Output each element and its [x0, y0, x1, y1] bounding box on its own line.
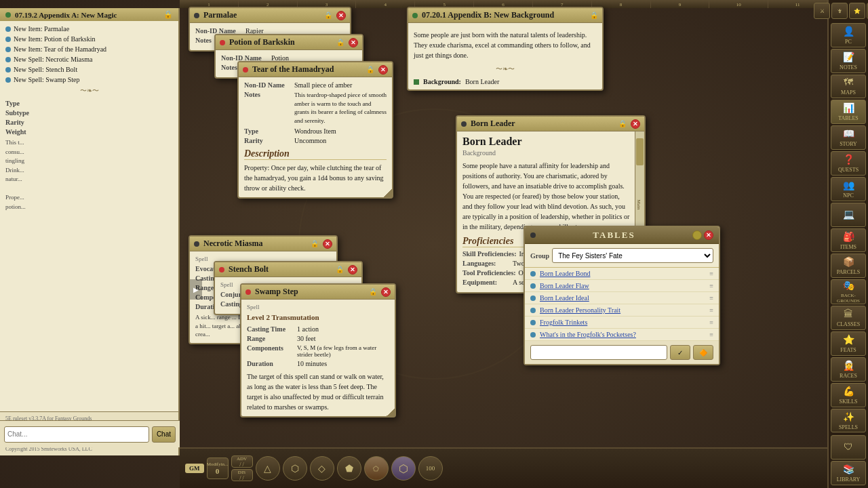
parmalae-header[interactable]: Parmalae 🔒 ✕ [190, 8, 350, 23]
dis-button[interactable]: DIS / / [231, 469, 253, 481]
sidebar-item-items[interactable]: 🎒 ITEMS [831, 228, 866, 253]
necrotic-lock-icon[interactable]: 🔒 [311, 240, 319, 247]
swamp-lock-icon[interactable]: 🔒 [369, 288, 377, 296]
adv-button[interactable]: ADV / / [231, 455, 253, 468]
classes-icon: 🏛 [844, 309, 853, 320]
table-item-dot [530, 320, 536, 325]
chat-input[interactable] [4, 426, 149, 443]
sidebar-item-spells[interactable]: ✨ SPELLS [831, 409, 866, 433]
item-label: New Spell: Swamp Step [14, 76, 80, 83]
tables-header[interactable]: TABLES ✕ [525, 227, 719, 244]
swamp-close-button[interactable]: ✕ [381, 287, 391, 297]
parmalae-close-button[interactable]: ✕ [336, 11, 346, 20]
necrotic-close-button[interactable]: ✕ [323, 239, 332, 249]
chat-send-button[interactable]: Chat [152, 426, 176, 443]
born-leader-header[interactable]: Born Leader 🔒 ✕ [457, 117, 644, 131]
d8-button[interactable]: ◇ [310, 456, 334, 481]
potion-lock-icon[interactable]: 🔒 [336, 39, 344, 46]
tables-filter-button[interactable]: 🔶 [693, 345, 713, 360]
stench-close-button[interactable]: ✕ [348, 265, 357, 274]
appendix-a-lock[interactable]: 🔒 [163, 10, 173, 19]
potion-close-button[interactable]: ✕ [349, 38, 358, 47]
d10-button[interactable]: ⬟ [337, 456, 361, 481]
parmalae-lock-icon[interactable]: 🔒 [324, 12, 332, 19]
backgrounds-label: BACK-GROUNDS [831, 293, 865, 304]
d4-button[interactable]: △ [256, 456, 280, 481]
tear-header[interactable]: Tear of the Hamadryad 🔒 ✕ [239, 62, 392, 77]
list-item[interactable]: New Item: Tear of the Hamadryad [0, 44, 178, 54]
sidebar-item-classes[interactable]: 🏛 CLASSES [831, 306, 866, 330]
mod-value: 0 [216, 467, 220, 475]
sidebar-item-tables[interactable]: 📊 TABLES [831, 100, 866, 124]
born-leader-close-button[interactable]: ✕ [631, 119, 640, 129]
table-item-dot [530, 271, 536, 277]
d6-button[interactable]: ⬡ [283, 456, 307, 481]
tear-title: Tear of the Hamadryad [252, 64, 362, 75]
appendix-b-lock-icon[interactable]: 🔒 [590, 12, 598, 19]
table-row[interactable]: What's in the Frogfolk's Pocketses? ≡ [525, 329, 719, 341]
necrotic-header[interactable]: Necrotic Miasma 🔒 ✕ [190, 237, 336, 251]
list-item[interactable]: New Spell: Stench Bolt [0, 64, 178, 75]
potion-header[interactable]: Potion of Barkskin 🔒 ✕ [216, 35, 362, 50]
table-item-dot [530, 332, 536, 338]
tables-close-button[interactable]: ✕ [704, 230, 713, 240]
list-item[interactable]: New Item: Parmalae [0, 24, 178, 34]
sidebar-icon-3[interactable]: ⭐ [849, 3, 865, 19]
parcels-icon: 📦 [843, 256, 854, 268]
sidebar-item-pc[interactable]: 👤 PC [831, 23, 866, 47]
necrotic-icon [194, 241, 199, 247]
appendix-b-header[interactable]: 07.20.1 Appendix B: New Background 🔒 [408, 8, 602, 23]
tables-search-input[interactable] [530, 345, 667, 360]
d100-button[interactable]: 100 [418, 456, 443, 481]
sidebar-item-npc[interactable]: 👥 NPC [831, 177, 866, 201]
sidebar-icon-1[interactable]: ⚔ [814, 3, 830, 19]
library-label: LIBRARY [837, 476, 861, 483]
tear-resize-handle[interactable] [384, 189, 392, 197]
background-label: Background: [423, 78, 461, 85]
type-label: Type [5, 100, 53, 107]
sidebar-item-story[interactable]: 📖 STORY [831, 125, 866, 150]
sidebar-item-backgrounds[interactable]: 🎭 BACK-GROUNDS [831, 279, 866, 304]
table-row[interactable]: Born Leader Personality Trait ≡ [525, 304, 719, 317]
sidebar-item-logo[interactable]: 🛡 [831, 435, 866, 460]
necrotic-nav-button[interactable]: ▶ [190, 279, 202, 300]
swamp-resize-handle[interactable] [387, 408, 395, 416]
list-item[interactable]: New Spell: Swamp Step [0, 75, 178, 85]
table-row[interactable]: Born Leader Ideal ≡ [525, 292, 719, 304]
tear-notes-text: This teardrop-shaped piece of smooth amb… [294, 91, 387, 125]
table-row[interactable]: Born Leader Bond ≡ [525, 268, 719, 280]
d12-button[interactable]: ⬠ [364, 456, 389, 481]
adv-label: ADV [237, 456, 247, 462]
sidebar-item-library[interactable]: 📚 LIBRARY [831, 461, 866, 485]
d20-button[interactable]: ⬡ [391, 456, 416, 481]
stench-header[interactable]: Stench Bolt 🔒 ✕ [215, 262, 361, 277]
born-leader-lock-icon[interactable]: 🔒 [618, 120, 627, 127]
sidebar-item-feats[interactable]: ⭐ FEATS [831, 331, 866, 356]
modifier-button[interactable]: Modifyin... 0 [207, 458, 229, 479]
tear-non-id-label: Non-ID Name [244, 81, 292, 89]
sidebar-icon-2[interactable]: 🗡 [831, 3, 848, 19]
list-item[interactable]: New Spell: Necrotic Miasma [0, 54, 178, 64]
tear-icon [243, 67, 248, 73]
sidebar-item-parcels[interactable]: 📦 PARCELS [831, 253, 866, 278]
sidebar-item-skills[interactable]: 💪 SKILLS [831, 383, 866, 407]
table-row[interactable]: Frogfolk Trinkets ≡ [525, 317, 719, 329]
list-item[interactable]: New Item: Potion of Barkskin [0, 34, 178, 44]
appendix-a-title: 07.19.2 Appendix A: New Magic [15, 11, 159, 19]
sidebar-item-maps[interactable]: 🗺 MAPS [831, 75, 866, 99]
table-row[interactable]: Born Leader Flaw ≡ [525, 280, 719, 292]
sidebar-item-quests[interactable]: ❓ QUESTS [831, 151, 866, 176]
ruler-mark-10: 10 [709, 0, 768, 8]
tables-minimize-button[interactable] [692, 230, 702, 240]
stench-lock-icon[interactable]: 🔒 [336, 266, 344, 273]
group-select[interactable]: The Fey Sisters' Fate [552, 248, 713, 263]
sidebar-item-notes[interactable]: 📝 NOTES [831, 49, 866, 73]
tear-close-button[interactable]: ✕ [378, 65, 388, 75]
tables-search-button[interactable]: ✓ [670, 345, 690, 360]
swamp-header[interactable]: Swamp Step 🔒 ✕ [241, 285, 395, 300]
sidebar-item-races[interactable]: 🧝 RACES [831, 357, 866, 382]
sidebar-item-computer[interactable]: 💻 [831, 203, 866, 227]
tables-controls: ✕ [692, 230, 713, 240]
tables-dot [530, 232, 536, 238]
tear-lock-icon[interactable]: 🔒 [366, 66, 374, 73]
